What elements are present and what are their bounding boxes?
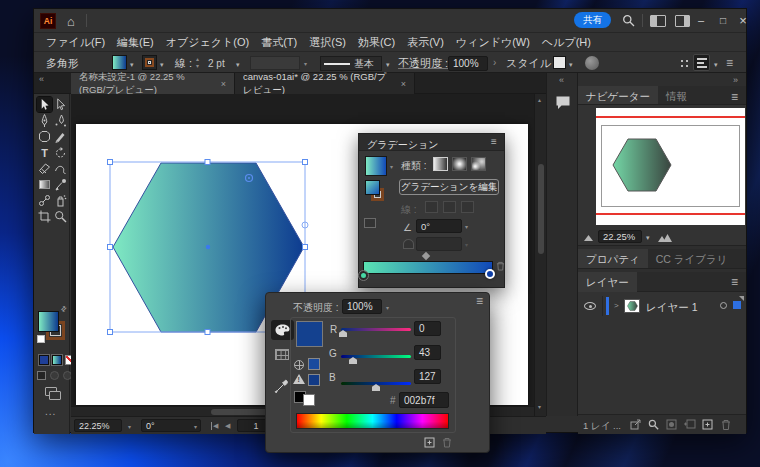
minimize-button[interactable]: – (690, 9, 712, 31)
close-button[interactable]: × (732, 9, 754, 31)
layer-name[interactable]: レイヤー 1 (646, 302, 698, 313)
stepper-down-icon[interactable]: ▾ (196, 63, 199, 69)
tab-properties[interactable]: プロパティ (578, 249, 648, 268)
menu-view[interactable]: 表示(V) (402, 32, 449, 53)
menu-help[interactable]: ヘルプ(H) (537, 32, 596, 53)
dock-collapse-icon[interactable]: » (733, 76, 738, 85)
polygon-shape-tool[interactable] (37, 129, 52, 144)
prev-artboard-icon[interactable]: ◀ (225, 422, 230, 430)
make-mask-icon[interactable] (666, 419, 677, 430)
screen-mode-icon[interactable] (45, 387, 57, 396)
doc-tab-canvas01[interactable]: canvas-01ai* @ 22.25 % (RGB/プレビュー) × (235, 73, 415, 94)
g-slider[interactable] (341, 355, 411, 358)
gradient-stop-left[interactable] (359, 271, 368, 280)
b-slider[interactable] (341, 382, 411, 385)
gradient-angle-dropdown-icon[interactable]: ▾ (465, 224, 468, 230)
gradient-stop-right[interactable] (485, 269, 495, 279)
status-zoom-field[interactable]: 22.25% (74, 419, 122, 432)
layer-expand-icon[interactable]: > (614, 302, 619, 310)
stroke-style-control[interactable]: 基本 (320, 56, 382, 71)
default-fill-stroke-icon[interactable] (37, 335, 45, 343)
doc-tab-untitled[interactable]: 名称未設定-1 @ 22.25 % (RGB/プレビュー) × (71, 73, 235, 94)
fill-color-swatch[interactable] (112, 55, 127, 70)
layer-selected-indicator[interactable] (733, 301, 741, 309)
opacity-field[interactable]: 100% (448, 56, 488, 71)
first-artboard-icon[interactable]: ◀ (211, 422, 218, 430)
swatches-button[interactable] (275, 349, 289, 360)
delete-layer-icon[interactable] (721, 419, 731, 430)
tab-navigator[interactable]: ナビゲーター (578, 86, 658, 104)
zoom-tool[interactable] (53, 209, 68, 224)
scroll-up-icon[interactable]: ▴ (538, 97, 541, 103)
hex-field[interactable]: 002b7f (399, 392, 449, 408)
rotate-tool[interactable] (53, 145, 68, 160)
gradient-preview-swatch[interactable] (365, 156, 387, 176)
gradient-type-linear-button[interactable] (433, 157, 448, 171)
menu-effect[interactable]: 効果(C) (353, 32, 400, 53)
gamut-warning-icon[interactable]: ! (293, 374, 305, 384)
menu-object[interactable]: オブジェクト(O) (161, 32, 254, 53)
gradient-type-freeform-button[interactable] (471, 157, 486, 171)
new-sublayer-icon[interactable] (684, 419, 696, 430)
popup-opacity-field[interactable]: 100% (342, 299, 382, 314)
menu-type[interactable]: 書式(T) (256, 32, 302, 53)
gradient-panel-header[interactable]: グラデーション ≡ (359, 134, 504, 151)
menu-select[interactable]: 選択(S) (304, 32, 351, 53)
collect-for-export-icon[interactable] (630, 419, 641, 430)
tab-cc-libraries[interactable]: CC ライブラリ (648, 249, 736, 268)
fill-dropdown-icon[interactable]: ▾ (130, 61, 134, 68)
arrange-dropdown-icon[interactable]: ▾ (714, 61, 718, 68)
control-menu-icon[interactable]: ≡ (726, 57, 733, 69)
locate-object-icon[interactable] (648, 419, 659, 430)
layers-menu-icon[interactable]: ≡ (731, 276, 738, 288)
layer-thumbnail[interactable] (624, 299, 640, 313)
document-setup-icon[interactable] (585, 56, 599, 70)
color-spectrum-bar[interactable] (296, 413, 449, 429)
align-dots-icon[interactable] (680, 59, 689, 68)
pen-tool[interactable] (37, 113, 52, 128)
gradient-slider-bar[interactable] (363, 261, 493, 274)
opacity-expand-icon[interactable]: › (493, 57, 496, 68)
gradient-type-radial-button[interactable] (452, 157, 467, 171)
doc-tab-untitled-close-icon[interactable]: × (221, 79, 226, 89)
stepper-up-icon[interactable]: ▴ (196, 56, 199, 62)
popup-opacity-dropdown-icon[interactable]: ▾ (386, 305, 389, 311)
doc-tab-canvas01-close-icon[interactable]: × (401, 79, 406, 89)
gradient-tool[interactable] (37, 177, 52, 192)
stroke-style-dropdown-icon[interactable]: ▾ (386, 61, 390, 68)
layer-row[interactable]: > レイヤー 1 (578, 296, 746, 316)
style-swatch[interactable] (553, 56, 566, 69)
edit-toolbar-icon[interactable]: ... (45, 407, 56, 417)
swap-fill-stroke-icon[interactable]: ⇄ (59, 304, 69, 314)
layer-visibility-icon[interactable] (584, 302, 596, 310)
blend-tool[interactable] (37, 193, 52, 208)
maximize-button[interactable]: □ (712, 9, 734, 31)
g-value-field[interactable]: 43 (414, 345, 441, 360)
status-zoom-dropdown-icon[interactable]: ▾ (128, 424, 131, 430)
b-value-field[interactable]: 127 (414, 369, 441, 384)
stroke-weight-dropdown-icon[interactable]: ▾ (236, 61, 240, 68)
gradient-preview-dropdown-icon[interactable]: ▾ (390, 164, 393, 170)
toolbar-collapse-icon[interactable]: « (39, 75, 44, 84)
color-button[interactable] (39, 355, 49, 365)
layer-target-icon[interactable] (720, 302, 727, 309)
selection-tool[interactable] (37, 97, 52, 112)
status-rotation-field[interactable]: 0° (141, 419, 201, 432)
direct-selection-tool[interactable] (53, 97, 68, 112)
zoom-out-icon[interactable] (584, 235, 593, 241)
control-arrange-button[interactable] (693, 54, 710, 71)
brush-definition-box[interactable] (250, 56, 300, 70)
draw-behind-mode-button[interactable] (50, 371, 59, 380)
eyedropper-tool[interactable] (53, 177, 68, 192)
stroke-color-swatch[interactable] (142, 55, 157, 70)
gradient-fill-proxy[interactable] (365, 180, 380, 195)
v-scrollbar[interactable]: ▴ ▾ (534, 94, 546, 416)
navigator-zoom-field[interactable]: 22.25% (598, 230, 642, 243)
white-swatch[interactable] (303, 394, 315, 406)
gradient-panel-menu-icon[interactable]: ≡ (491, 137, 497, 147)
r-value-field[interactable]: 0 (414, 321, 441, 336)
stroke-dropdown-icon[interactable]: ▾ (160, 61, 164, 68)
symbol-sprayer-tool[interactable] (53, 193, 68, 208)
navigator-thumbnail[interactable] (596, 108, 745, 225)
gradient-angle-field[interactable]: 0° (416, 219, 462, 233)
